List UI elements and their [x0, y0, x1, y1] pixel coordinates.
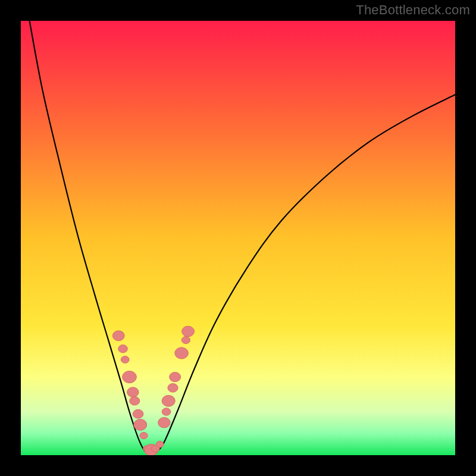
bottleneck-chart [21, 21, 455, 455]
data-marker [156, 441, 164, 447]
data-marker [162, 408, 171, 415]
data-marker [158, 418, 170, 428]
data-marker [182, 326, 195, 337]
data-marker [168, 384, 178, 393]
data-marker [118, 345, 128, 353]
data-marker [127, 387, 139, 397]
data-marker [140, 433, 148, 439]
data-marker [170, 372, 181, 382]
gradient-background [21, 21, 455, 455]
data-marker [134, 419, 147, 431]
plot-area [21, 21, 455, 455]
data-marker [181, 336, 190, 343]
data-marker [133, 409, 143, 418]
chart-frame: TheBottleneck.com [0, 0, 476, 476]
watermark-text: TheBottleneck.com [356, 2, 470, 18]
data-marker [123, 371, 137, 383]
data-marker [175, 347, 189, 359]
data-marker [162, 395, 175, 406]
data-marker [112, 331, 124, 341]
data-marker [130, 397, 140, 405]
data-marker [121, 356, 129, 363]
